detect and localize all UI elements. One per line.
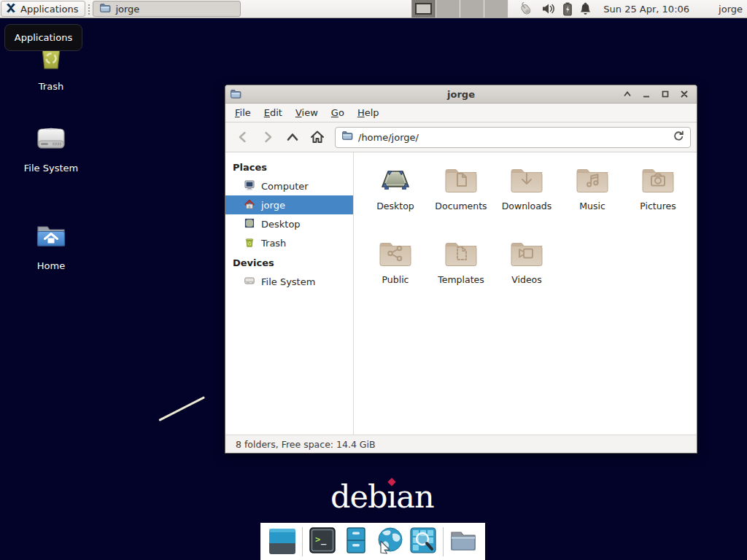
- home-button[interactable]: [306, 126, 329, 148]
- shade-icon: [623, 88, 632, 101]
- desktop-icon-home[interactable]: Home: [20, 219, 82, 271]
- workspace-4[interactable]: [484, 0, 508, 18]
- xfce-applications-icon: [5, 2, 17, 16]
- sidebar-item-computer[interactable]: Computer: [225, 176, 353, 195]
- sidebar: Places Computer jorge Desktop Trash Devi…: [225, 152, 354, 435]
- svg-text:_: _: [321, 534, 327, 545]
- desktop-icon: [244, 217, 255, 231]
- statusbar: 8 folders, Free space: 14.4 GiB: [225, 435, 697, 453]
- sidebar-item-desktop[interactable]: Desktop: [225, 214, 353, 233]
- videos-folder-icon: [509, 238, 544, 269]
- tooltip-text: Applications: [15, 32, 72, 43]
- desktop-icon-file-system[interactable]: File System: [20, 122, 82, 174]
- file-item-label: Music: [579, 201, 605, 211]
- location-folder-icon: [341, 130, 353, 144]
- dock-web-browser-launcher[interactable]: [376, 528, 403, 556]
- forward-button[interactable]: [256, 126, 279, 148]
- debian-wallpaper-logo: debıan: [330, 478, 434, 515]
- documents-folder-icon: [444, 165, 479, 195]
- public-folder-icon: [378, 238, 413, 269]
- desktop: Applications jorge Sun 25 Apr, 10:06 jor…: [0, 0, 747, 560]
- panel-clock[interactable]: Sun 25 Apr, 10:06: [599, 0, 694, 18]
- dock: >_: [260, 523, 485, 560]
- minimize-button[interactable]: [638, 87, 654, 101]
- applications-tooltip: Applications: [4, 24, 82, 51]
- terminal-icon: >_: [309, 526, 336, 557]
- files-view[interactable]: Desktop Documents Downloads Music Pi: [354, 152, 697, 435]
- close-icon: [680, 88, 689, 101]
- sidebar-item-file-system[interactable]: File System: [225, 272, 353, 291]
- reload-icon[interactable]: [673, 130, 684, 144]
- mouse-icon[interactable]: [517, 2, 535, 16]
- pictures-folder-icon: [640, 165, 676, 195]
- window-titlebar[interactable]: jorge: [225, 85, 697, 104]
- file-item-documents[interactable]: Documents: [428, 162, 494, 236]
- menu-item-file[interactable]: File: [228, 104, 258, 121]
- file-item-music[interactable]: Music: [560, 162, 625, 236]
- desktop-icon-label: Trash: [39, 81, 63, 92]
- show-desktop-icon: [268, 526, 296, 557]
- menu-item-go[interactable]: Go: [325, 104, 351, 121]
- desktop-folder-icon: [378, 165, 413, 195]
- app-finder-icon: [409, 526, 437, 557]
- panel-spacer: [241, 0, 411, 18]
- file-item-label: Desktop: [376, 201, 414, 211]
- dock-show-desktop-launcher[interactable]: [268, 528, 296, 556]
- file-item-public[interactable]: Public: [363, 236, 428, 309]
- workspace-1[interactable]: [412, 0, 436, 18]
- file-item-templates[interactable]: Templates: [428, 236, 494, 309]
- downloads-folder-icon: [509, 165, 544, 195]
- back-button[interactable]: [231, 126, 255, 148]
- system-tray: [508, 0, 599, 18]
- taskbar-window-button[interactable]: jorge: [93, 1, 241, 17]
- file-item-label: Templates: [438, 274, 484, 285]
- dock-app-finder-launcher[interactable]: [409, 528, 437, 556]
- workspace-window-preview: [415, 3, 432, 15]
- location-bar[interactable]: /home/jorge/: [335, 127, 691, 148]
- workspace-3[interactable]: [460, 0, 484, 18]
- file-item-label: Downloads: [502, 201, 552, 211]
- drive-icon: [244, 275, 255, 289]
- sidebar-header-places: Places: [225, 157, 353, 176]
- dock-terminal-launcher[interactable]: >_: [309, 528, 336, 556]
- drive-icon: [34, 122, 68, 159]
- file-item-pictures[interactable]: Pictures: [625, 162, 691, 236]
- trash-icon: [244, 236, 255, 250]
- dock-separator: [443, 527, 444, 556]
- file-item-label: Public: [382, 274, 409, 285]
- window-folder-icon: [230, 88, 241, 100]
- maximize-button[interactable]: [657, 87, 673, 101]
- svg-text:>: >: [315, 534, 320, 545]
- shade-button[interactable]: [619, 87, 635, 101]
- up-button[interactable]: [281, 126, 304, 148]
- battery-icon[interactable]: [562, 2, 573, 16]
- applications-menu-button[interactable]: Applications: [1, 1, 85, 17]
- file-item-desktop[interactable]: Desktop: [363, 162, 428, 236]
- panel-separator-handle[interactable]: [87, 3, 91, 15]
- dock-separator: [302, 527, 303, 556]
- desktop-icon-label: Home: [37, 260, 65, 271]
- file-item-videos[interactable]: Videos: [494, 236, 560, 309]
- taskbar-window-label: jorge: [115, 4, 139, 15]
- file-item-label: Pictures: [640, 201, 676, 211]
- workspace-pager[interactable]: [411, 0, 508, 18]
- bell-icon[interactable]: [579, 2, 592, 16]
- web-browser-icon: [375, 526, 404, 557]
- sidebar-item-jorge[interactable]: jorge: [225, 195, 353, 214]
- dock-folder-launcher[interactable]: [449, 528, 477, 556]
- dock-file-cabinet-launcher[interactable]: [342, 528, 370, 556]
- maximize-icon: [661, 88, 670, 101]
- statusbar-text: 8 folders, Free space: 14.4 GiB: [236, 439, 376, 450]
- menu-item-edit[interactable]: Edit: [258, 104, 289, 121]
- sidebar-item-trash[interactable]: Trash: [225, 233, 353, 252]
- menu-item-view[interactable]: View: [289, 104, 325, 121]
- file-item-label: Documents: [435, 201, 487, 211]
- location-path[interactable]: /home/jorge/: [358, 132, 667, 143]
- workspace-2[interactable]: [436, 0, 460, 18]
- panel-username[interactable]: jorge: [694, 0, 747, 18]
- file-item-downloads[interactable]: Downloads: [494, 162, 560, 236]
- volume-icon[interactable]: [541, 2, 556, 15]
- menu-item-help[interactable]: Help: [351, 104, 386, 121]
- minimize-icon: [642, 88, 651, 101]
- close-button[interactable]: [676, 87, 692, 101]
